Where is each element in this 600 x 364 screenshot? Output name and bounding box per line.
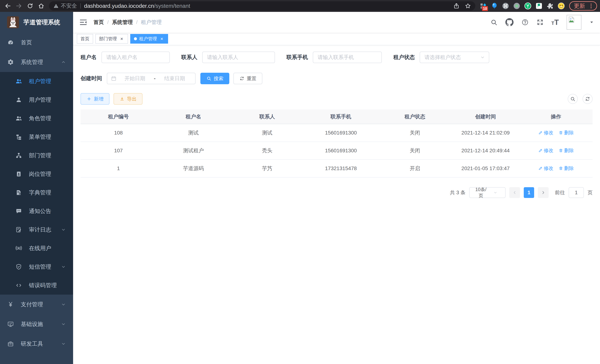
export-button[interactable]: 导出 — [113, 93, 142, 105]
help-icon[interactable] — [521, 19, 529, 26]
edit-link[interactable]: 修改 — [538, 165, 553, 172]
breadcrumb: 首页 / 系统管理 / 租户管理 — [94, 19, 162, 26]
sidebar-item-审计日志[interactable]: 审计日志 — [0, 220, 73, 239]
sidebar-item-label: 支付管理 — [21, 301, 43, 308]
share-icon[interactable] — [453, 3, 460, 9]
column-header-租户编号: 租户编号 — [81, 110, 156, 124]
sidebar-item-角色管理[interactable]: 角色管理 — [0, 109, 73, 128]
mobile-input[interactable] — [313, 52, 382, 63]
reset-button[interactable]: 重置 — [233, 73, 262, 84]
sidebar-item-研发工具[interactable]: 研发工具 — [0, 334, 73, 354]
tenant-name-input[interactable] — [102, 52, 170, 63]
next-page-button[interactable] — [538, 187, 549, 198]
tab-首页[interactable]: 首页 — [77, 34, 93, 44]
browser-back-button[interactable] — [3, 1, 13, 11]
refresh-table-button[interactable] — [582, 94, 593, 104]
tab-close-icon[interactable]: × — [119, 36, 124, 41]
extension-flag-icon[interactable] — [535, 2, 543, 10]
sidebar-item-基础设施[interactable]: 基础设施 — [0, 314, 73, 334]
create-time-daterange[interactable]: 开始日期 - 结束日期 — [107, 73, 196, 84]
browser-home-button[interactable] — [36, 1, 46, 11]
address-bar[interactable]: 不安全 dashboard.yudao.iocoder.cn/system/te… — [49, 1, 475, 10]
page-content: 租户名 联系人 联系手机 租户状态 请选择租户状态 — [73, 45, 600, 364]
goto-page-input[interactable] — [569, 187, 584, 198]
security-label: 不安全 — [61, 2, 77, 10]
tab-部门管理[interactable]: 部门管理× — [95, 34, 128, 44]
mobile-label: 联系手机 — [286, 54, 308, 61]
search-button[interactable]: 搜索 — [200, 73, 229, 84]
gear-icon — [7, 59, 14, 66]
sidebar-item-租户管理[interactable]: 租户管理 — [0, 72, 73, 91]
fullscreen-icon[interactable] — [536, 19, 544, 26]
column-header-创建时间: 创建时间 — [452, 110, 519, 124]
breadcrumb-system[interactable]: 系统管理 — [112, 19, 133, 26]
home-icon — [38, 2, 45, 9]
edit-link[interactable]: 修改 — [538, 147, 553, 154]
sidebar-item-支付管理[interactable]: 支付管理 — [0, 295, 73, 314]
app-logo[interactable]: 芋道管理系统 — [0, 12, 73, 33]
page-size-value: 10条/页 — [474, 187, 488, 199]
github-icon[interactable] — [505, 18, 514, 26]
sidebar-item-label: 通知公告 — [29, 207, 51, 215]
user-icon — [15, 96, 22, 103]
sidebar-item-岗位管理[interactable]: 岗位管理 — [0, 165, 73, 183]
toggle-search-button[interactable] — [568, 94, 578, 104]
sidebar-item-在线用户[interactable]: 在线用户 — [0, 239, 73, 258]
sidebar-toggle-hamburger-icon[interactable] — [79, 18, 88, 27]
browser-reload-button[interactable] — [25, 1, 35, 11]
sidebar-item-短信管理[interactable]: 短信管理 — [0, 258, 73, 276]
profile-emoji-icon[interactable] — [557, 2, 565, 10]
browser-forward-button[interactable] — [14, 1, 24, 11]
cell-name: 测试租户 — [156, 142, 230, 159]
font-size-icon[interactable]: TT — [551, 18, 559, 27]
add-button[interactable]: 新增 — [81, 93, 110, 105]
sidebar-item-菜单管理[interactable]: 菜单管理 — [0, 128, 73, 146]
chevron-down-icon — [61, 341, 66, 346]
header-search-icon[interactable] — [490, 19, 497, 26]
tab-租户管理[interactable]: 租户管理× — [130, 34, 168, 44]
sidebar-item-通知公告[interactable]: 通知公告 — [0, 202, 73, 220]
cell-status: 关闭 — [378, 142, 452, 159]
sidebar-item-错误码管理[interactable]: 错误码管理 — [0, 276, 73, 295]
browser-update-button[interactable]: 更新 — [569, 1, 597, 10]
date-start-placeholder: 开始日期 — [118, 75, 151, 82]
audit-log-icon — [15, 226, 22, 233]
shield-check-icon — [15, 263, 22, 270]
user-avatar[interactable] — [567, 15, 581, 30]
extension-balloon-icon[interactable] — [490, 2, 498, 10]
url-host: dashboard.yudao.iocoder.cn — [84, 3, 154, 9]
status-select[interactable]: 请选择租户状态 — [420, 52, 489, 63]
extensions-puzzle-icon[interactable] — [546, 2, 554, 10]
delete-link[interactable]: 删除 — [559, 165, 574, 172]
sidebar-item-首页[interactable]: 首页 — [0, 33, 73, 52]
edit-link[interactable]: 修改 — [538, 130, 553, 136]
sidebar-item-部门管理[interactable]: 部门管理 — [0, 146, 73, 165]
sidebar-item-用户管理[interactable]: 用户管理 — [0, 91, 73, 109]
avatar-caret-down-icon[interactable] — [589, 20, 594, 25]
bookmark-star-icon[interactable] — [465, 3, 471, 9]
delete-link[interactable]: 删除 — [559, 130, 574, 136]
delete-link[interactable]: 删除 — [559, 147, 574, 154]
sidebar-item-label: 系统管理 — [21, 58, 43, 66]
sidebar-item-系统管理[interactable]: 系统管理 — [0, 52, 73, 72]
org-chart-icon — [15, 152, 22, 159]
menu-dots-icon[interactable] — [588, 3, 594, 9]
tab-label: 租户管理 — [139, 36, 157, 42]
sidebar-item-字典管理[interactable]: 字典管理 — [0, 183, 73, 202]
cell-name: 测试 — [156, 124, 230, 142]
table-row: 108测试测试15601691300关闭2021-12-14 21:02:09修… — [81, 124, 593, 142]
contact-input[interactable] — [202, 52, 275, 63]
extension-green-y-icon[interactable] — [524, 2, 532, 10]
prev-page-button[interactable] — [509, 187, 520, 198]
extension-recorder-icon[interactable] — [513, 2, 521, 10]
extension-command-icon[interactable] — [502, 2, 509, 10]
page-size-select[interactable]: 10条/页 — [469, 187, 506, 198]
breadcrumb-home[interactable]: 首页 — [94, 19, 104, 26]
code-icon — [15, 282, 22, 289]
extension-grid-diamond-icon[interactable]: 10 — [479, 2, 487, 10]
extension-badge: 10 — [482, 6, 488, 11]
security-chip[interactable]: 不安全 — [53, 2, 77, 10]
page-number-1[interactable]: 1 — [524, 187, 534, 198]
tab-close-icon[interactable]: × — [159, 36, 164, 41]
table-header-row: 租户编号租户名联系人联系手机租户状态创建时间操作 — [81, 110, 593, 124]
